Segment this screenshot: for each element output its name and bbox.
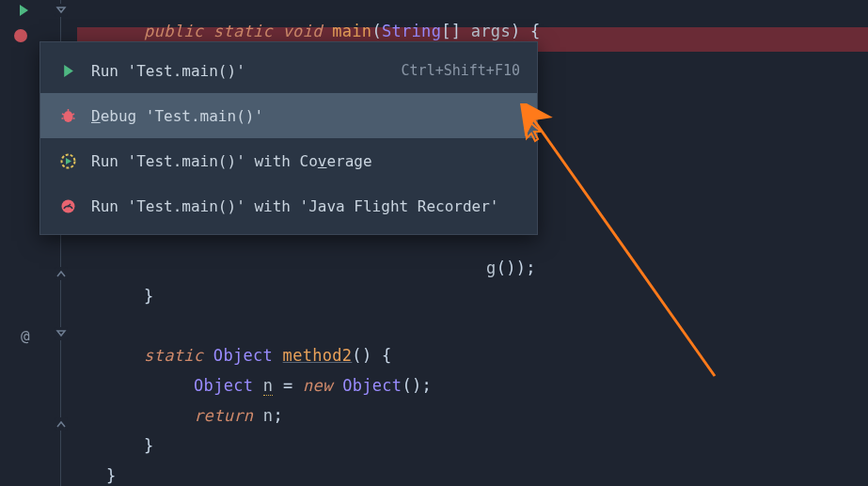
svg-line-3 xyxy=(62,114,64,115)
svg-point-10 xyxy=(67,205,69,207)
run-context-menu: Run 'Test.main()' Ctrl+Shift+F10 Debug '… xyxy=(39,41,538,235)
code-line: return n; xyxy=(174,387,283,425)
menu-shortcut: Ctrl+Shift+F10 xyxy=(402,62,520,79)
override-gutter-icon[interactable]: @ xyxy=(21,327,30,345)
code-brace: } xyxy=(87,447,117,485)
menu-item-debug[interactable]: Debug 'Test.main()' xyxy=(40,93,537,138)
brace: } xyxy=(144,287,154,306)
run-gutter-icon[interactable] xyxy=(17,4,30,17)
brace: } xyxy=(106,466,117,485)
code-line: public static void main(String[] args) { xyxy=(124,3,541,40)
keyword: public static xyxy=(144,22,273,40)
keyword: new xyxy=(303,376,333,395)
menu-label: Run 'Test.main()' with 'Java Flight Reco… xyxy=(91,197,520,215)
cursor-icon xyxy=(525,118,545,144)
menu-item-run[interactable]: Run 'Test.main()' Ctrl+Shift+F10 xyxy=(40,48,537,93)
fold-close-icon xyxy=(55,267,68,280)
code-line-partial: g()); xyxy=(466,240,536,277)
punct: ) { xyxy=(511,22,541,40)
jfr-icon xyxy=(57,198,78,214)
identifier: g xyxy=(486,259,497,277)
punct: ; xyxy=(273,406,283,425)
breakpoint-icon[interactable] xyxy=(13,28,28,43)
menu-item-coverage[interactable]: Run 'Test.main()' with Coverage xyxy=(40,138,537,183)
brace: } xyxy=(144,436,154,455)
svg-point-1 xyxy=(63,111,72,122)
svg-line-11 xyxy=(534,120,715,376)
identifier: args xyxy=(471,22,511,40)
menu-item-jfr[interactable]: Run 'Test.main()' with 'Java Flight Reco… xyxy=(40,183,537,228)
svg-point-0 xyxy=(14,29,27,42)
punct: [] xyxy=(441,22,461,40)
code-brace: } xyxy=(124,417,154,455)
annotation-arrow xyxy=(517,103,743,395)
svg-line-4 xyxy=(72,114,74,115)
identifier: n xyxy=(263,406,274,425)
keyword: return xyxy=(194,406,253,425)
method-name: main xyxy=(332,22,371,40)
punct: ( xyxy=(371,22,382,40)
fold-icon[interactable] xyxy=(55,4,68,17)
coverage-icon xyxy=(57,153,78,169)
type: Object xyxy=(342,376,402,395)
fold-close-icon xyxy=(55,417,68,431)
menu-label: Run 'Test.main()' xyxy=(91,62,402,80)
keyword: void xyxy=(283,22,323,40)
run-icon xyxy=(57,64,78,78)
debug-icon xyxy=(57,108,78,124)
type: String xyxy=(382,22,441,40)
fold-icon[interactable] xyxy=(55,327,68,340)
menu-label: Run 'Test.main()' with Coverage xyxy=(91,152,520,170)
code-brace: } xyxy=(124,268,154,306)
punct: (); xyxy=(402,376,432,395)
menu-label: Debug 'Test.main()' xyxy=(91,107,520,125)
punct: ()); xyxy=(497,259,536,277)
